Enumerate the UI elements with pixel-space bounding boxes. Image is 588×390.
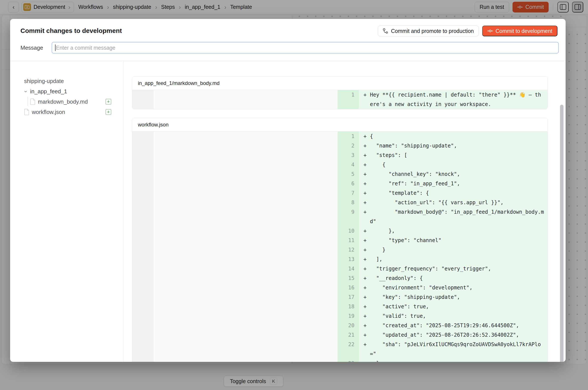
diff-add-sign: +	[364, 90, 370, 109]
file-added-badge: +	[106, 99, 111, 104]
line-number: 17	[338, 292, 359, 302]
diff-line: 20+ "created_at": "2025-08-25T19:29:46.6…	[338, 321, 548, 330]
tree-item-workflow-root[interactable]: shipping-update	[10, 76, 123, 86]
commit-message-input[interactable]: Enter a commit message	[52, 42, 559, 53]
diff-line: 18+ "active": true,	[338, 302, 548, 311]
added-line: +Hey **{{ recipient.name | default: "the…	[359, 90, 548, 109]
diff-add-sign: +	[364, 198, 370, 207]
diff-add-sign: +	[364, 283, 370, 292]
added-line: + "created_at": "2025-08-25T19:29:46.644…	[359, 321, 548, 330]
commit-message-row: Message Enter a commit message	[20, 42, 559, 54]
diff-line: 9+ "markdown_body@": "in_app_feed_1/mark…	[338, 207, 548, 226]
diff-add-sign: +	[364, 236, 370, 245]
code-text: }	[370, 359, 544, 362]
line-number: 14	[338, 264, 359, 274]
line-number: 1	[338, 90, 359, 109]
diff-body: 1+Hey **{{ recipient.name | default: "th…	[132, 90, 548, 109]
file-diff-panel-markdown: in_app_feed_1/markdown_body.md 1+Hey **{…	[132, 76, 548, 109]
message-label: Message	[20, 45, 52, 51]
line-number: 4	[338, 160, 359, 169]
added-line: + "environment": "development",	[359, 283, 548, 292]
diff-add-sign: +	[364, 188, 370, 198]
line-number: 6	[338, 179, 359, 188]
commit-to-development-button[interactable]: Commit to development	[482, 26, 557, 36]
tree-item-step[interactable]: › in_app_feed_1	[10, 86, 123, 97]
diff-add-sign: +	[364, 302, 370, 311]
commit-modal: Commit changes to development Commit and…	[10, 19, 566, 362]
message-placeholder: Enter a commit message	[56, 45, 115, 51]
added-line: + "active": true,	[359, 302, 548, 311]
file-icon	[24, 109, 29, 115]
file-added-badge: +	[106, 109, 111, 115]
code-text: "valid": true,	[370, 311, 544, 321]
line-number: 2	[338, 141, 359, 150]
diff-line: 7+ "template": {	[338, 188, 548, 198]
diff-line: 19+ "valid": true,	[338, 311, 548, 321]
diff-add-sign: +	[364, 359, 370, 362]
diff-line: 22+ "sha": "pJeLVir6xIlUCMGqs9qroZoUAVDS…	[338, 340, 548, 359]
diff-line: 2+ "name": "shipping-update",	[338, 141, 548, 150]
added-line: + {	[359, 160, 548, 169]
line-number: 1	[338, 132, 359, 141]
diff-old-side	[132, 132, 338, 362]
code-text: Hey **{{ recipient.name | default: "ther…	[370, 90, 544, 109]
code-text: {	[370, 132, 544, 141]
line-number: 19	[338, 311, 359, 321]
added-line: + "type": "channel"	[359, 236, 548, 245]
code-text: "__readonly": {	[370, 274, 544, 283]
diff-add-sign: +	[364, 264, 370, 274]
chevron-down-icon: ›	[23, 89, 29, 94]
line-number: 7	[338, 188, 359, 198]
file-diff-panel-workflow-json: workflow.json 1+{2+ "name": "shipping-up…	[132, 118, 548, 362]
added-line: + "channel_key": "knock",	[359, 169, 548, 179]
diff-add-sign: +	[364, 226, 370, 236]
modal-scrollbar-thumb[interactable]	[560, 105, 563, 362]
code-text: "action_url": "{{ vars.app_url }}",	[370, 198, 544, 207]
diff-add-sign: +	[364, 254, 370, 264]
diff-add-sign: +	[364, 132, 370, 141]
tree-item-markdown-body[interactable]: markdown_body.md +	[10, 97, 123, 107]
commit-and-promote-button[interactable]: Commit and promote to production	[378, 26, 479, 36]
diff-add-sign: +	[364, 274, 370, 283]
diff-area: in_app_feed_1/markdown_body.md 1+Hey **{…	[124, 61, 566, 362]
promote-icon	[383, 28, 388, 34]
code-text: "template": {	[370, 188, 544, 198]
modal-title: Commit changes to development	[20, 27, 122, 34]
added-line: + "name": "shipping-update",	[359, 141, 548, 150]
diff-old-gutter	[132, 132, 154, 362]
text-cursor	[55, 45, 55, 51]
line-number: 9	[338, 207, 359, 226]
code-text: "channel_key": "knock",	[370, 169, 544, 179]
line-number: 16	[338, 283, 359, 292]
commit-modal-body: shipping-update › in_app_feed_1 markdown…	[10, 61, 566, 362]
diff-line: 1+Hey **{{ recipient.name | default: "th…	[338, 90, 548, 109]
tree-item-workflow-json[interactable]: workflow.json +	[10, 107, 123, 117]
added-line: + "updated_at": "2025-08-26T20:26:52.364…	[359, 330, 548, 340]
line-number: 8	[338, 198, 359, 207]
added-line: + "action_url": "{{ vars.app_url }}",	[359, 198, 548, 207]
diff-line: 14+ "trigger_frequency": "every_trigger"…	[338, 264, 548, 274]
added-line: +{	[359, 132, 548, 141]
file-name: in_app_feed_1/markdown_body.md	[132, 77, 548, 90]
page: ‹ Development › Workflows › shipping-upd…	[0, 0, 588, 390]
diff-line: 21+ "updated_at": "2025-08-26T20:26:52.3…	[338, 330, 548, 340]
diff-new-side: 1+Hey **{{ recipient.name | default: "th…	[338, 90, 548, 109]
added-line: + "steps": [	[359, 150, 548, 160]
diff-old-gutter	[132, 90, 154, 109]
line-number: 11	[338, 236, 359, 245]
added-line: + "template": {	[359, 188, 548, 198]
line-number: 10	[338, 226, 359, 236]
commit-icon	[487, 29, 493, 33]
added-line: + }	[359, 359, 548, 362]
diff-line: 1+{	[338, 132, 548, 141]
code-text: "type": "channel"	[370, 236, 544, 245]
diff-body: 1+{2+ "name": "shipping-update",3+ "step…	[132, 132, 548, 362]
line-number: 5	[338, 169, 359, 179]
tree-guide-line	[28, 97, 28, 106]
diff-add-sign: +	[364, 245, 370, 254]
code-text: "steps": [	[370, 150, 544, 160]
code-text: "key": "shipping-update",	[370, 292, 544, 302]
line-number: 15	[338, 274, 359, 283]
diff-add-sign: +	[364, 321, 370, 330]
code-text: "ref": "in_app_feed_1",	[370, 179, 544, 188]
